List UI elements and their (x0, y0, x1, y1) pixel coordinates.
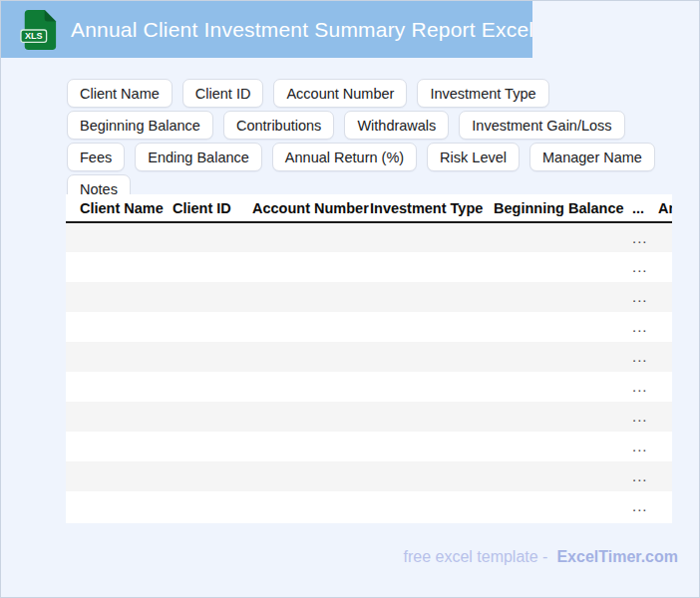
empty-cell (252, 222, 370, 252)
column-chip: Fees (67, 143, 125, 171)
column-chip: Contributions (223, 111, 334, 140)
column-chip: Risk Level (427, 143, 520, 171)
table-row: ... (66, 402, 672, 432)
table-body: .............................. (66, 222, 672, 521)
hidden-columns-ellipsis: ... (632, 222, 658, 252)
column-chip: Ending Balance (135, 143, 262, 171)
hidden-columns-ellipsis: ... (632, 402, 658, 432)
table-row: ... (66, 222, 672, 252)
header-ellipsis: ... (632, 194, 658, 222)
empty-cell (173, 222, 252, 252)
xls-file-icon: XLS (20, 9, 58, 51)
empty-cell (252, 372, 370, 402)
empty-cell (658, 402, 672, 432)
hidden-columns-ellipsis: ... (632, 282, 658, 312)
table-header-cell: An (658, 194, 672, 222)
table-row: ... (66, 342, 672, 372)
empty-cell (252, 491, 370, 521)
column-chip: Investment Gain/Loss (459, 111, 624, 140)
column-chip: Beginning Balance (67, 111, 213, 140)
empty-cell (370, 222, 494, 252)
empty-cell (494, 342, 632, 372)
empty-cell (370, 282, 494, 312)
empty-cell (66, 282, 173, 312)
empty-cell (66, 402, 173, 432)
table-row: ... (66, 491, 672, 521)
page-title: Annual Client Investment Summary Report … (71, 18, 533, 42)
empty-cell (658, 432, 672, 461)
table-header-cell: Investment Type (370, 194, 494, 222)
empty-cell (658, 461, 672, 491)
column-chip: Withdrawals (344, 111, 449, 140)
empty-cell (494, 461, 632, 491)
empty-cell (658, 491, 672, 521)
empty-cell (66, 432, 173, 461)
table-row: ... (66, 282, 672, 312)
empty-cell (370, 402, 494, 432)
empty-cell (66, 312, 173, 342)
empty-cell (658, 372, 672, 402)
table-header-row: Client NameClient IDAccount NumberInvest… (66, 194, 672, 222)
column-chip: Manager Name (529, 143, 655, 171)
table-row: ... (66, 252, 672, 282)
table-header-cell: Beginning Balance (494, 194, 632, 222)
empty-cell (252, 342, 370, 372)
footer-text: free excel template - (403, 548, 547, 565)
empty-cell (66, 342, 173, 372)
empty-cell (494, 491, 632, 521)
empty-cell (252, 312, 370, 342)
empty-cell (658, 342, 672, 372)
hidden-columns-ellipsis: ... (632, 312, 658, 342)
empty-cell (658, 312, 672, 342)
table-header-cell: Client ID (173, 194, 252, 222)
empty-cell (66, 222, 173, 252)
hidden-columns-ellipsis: ... (632, 432, 658, 461)
hidden-columns-ellipsis: ... (632, 342, 658, 372)
empty-cell (494, 282, 632, 312)
empty-cell (370, 312, 494, 342)
empty-cell (370, 342, 494, 372)
hidden-columns-ellipsis: ... (632, 461, 658, 491)
empty-cell (370, 461, 494, 491)
empty-cell (370, 491, 494, 521)
column-chip: Investment Type (417, 79, 548, 108)
empty-cell (173, 252, 252, 282)
table-container: Client NameClient IDAccount NumberInvest… (66, 194, 672, 523)
column-chips: Client NameClient IDAccount NumberInvest… (67, 79, 689, 203)
column-chip: Account Number (273, 79, 407, 108)
empty-cell (252, 461, 370, 491)
template-preview-page: XLS Annual Client Investment Summary Rep… (0, 0, 700, 598)
column-chip: Client Name (67, 79, 173, 108)
empty-cell (173, 432, 252, 461)
empty-cell (173, 491, 252, 521)
empty-cell (66, 252, 173, 282)
empty-cell (370, 252, 494, 282)
table-head: Client NameClient IDAccount NumberInvest… (66, 194, 672, 222)
hidden-columns-ellipsis: ... (632, 372, 658, 402)
hidden-columns-ellipsis: ... (632, 491, 658, 521)
hidden-columns-ellipsis: ... (632, 252, 658, 282)
empty-cell (494, 312, 632, 342)
empty-cell (370, 372, 494, 402)
column-chip: Annual Return (%) (272, 143, 417, 171)
table-row: ... (66, 461, 672, 491)
empty-cell (252, 252, 370, 282)
title-bar: XLS Annual Client Investment Summary Rep… (1, 1, 532, 58)
empty-cell (252, 432, 370, 461)
empty-cell (494, 402, 632, 432)
brand-link[interactable]: ExcelTimer.com (556, 548, 678, 565)
empty-cell (173, 282, 252, 312)
table-header-cell: Client Name (66, 194, 173, 222)
empty-cell (494, 252, 632, 282)
empty-cell (658, 282, 672, 312)
empty-cell (252, 282, 370, 312)
empty-cell (494, 372, 632, 402)
empty-cell (494, 432, 632, 461)
column-chip: Client ID (182, 79, 264, 108)
empty-cell (370, 432, 494, 461)
empty-cell (494, 222, 632, 252)
empty-cell (173, 372, 252, 402)
table-row: ... (66, 432, 672, 461)
empty-cell (66, 491, 173, 521)
empty-cell (252, 402, 370, 432)
